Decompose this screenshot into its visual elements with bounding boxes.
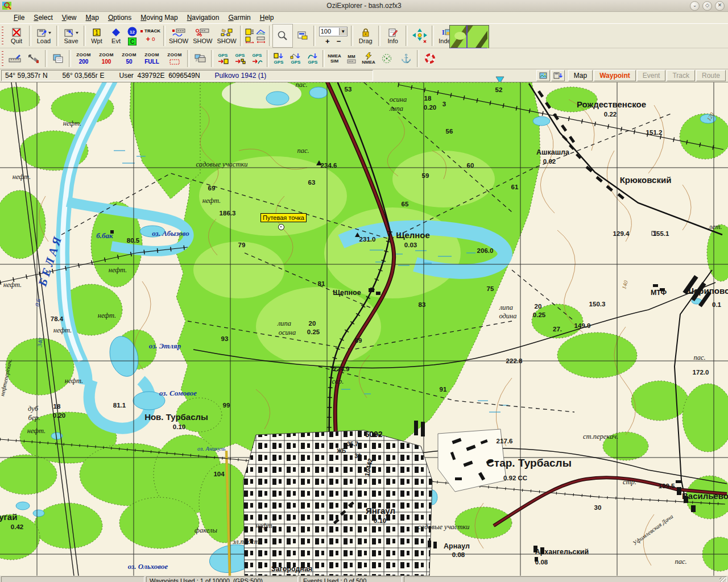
tab-map[interactable]: Map — [568, 70, 593, 81]
map-label: сар. — [332, 377, 344, 385]
map-label: нефт. — [63, 119, 81, 127]
map-label: 224.9 — [333, 365, 350, 372]
map-label: 0.20 — [424, 104, 436, 111]
event-button[interactable]: Evt — [106, 24, 126, 48]
map-label: 0.10 — [173, 423, 185, 430]
tab-event[interactable]: Event — [637, 70, 666, 81]
moving-map-button[interactable]: MM — [343, 48, 360, 69]
zoom-200-button[interactable]: ZOOM 200 — [72, 48, 95, 69]
map-label: Архангельский — [535, 548, 589, 556]
map-label: пас. — [675, 558, 686, 566]
drag-button[interactable]: Drag — [354, 24, 377, 48]
get-tracks-gps-button[interactable]: GPS — [287, 48, 304, 69]
map-label: Янгаул — [366, 506, 395, 516]
waypoint-marker[interactable] — [278, 224, 284, 230]
menu-navigation[interactable]: Navigation — [183, 13, 224, 23]
menu-options[interactable]: Options — [104, 13, 136, 23]
map-label: пас. — [693, 354, 705, 361]
send-tracks-icon — [251, 58, 263, 65]
get-routes-gps-button[interactable]: GPS — [304, 48, 321, 69]
info-icon — [388, 27, 398, 38]
nmea-sim-button[interactable]: NMEA SIM — [326, 48, 343, 69]
zoom-dropdown-button[interactable]: ▼ — [339, 28, 347, 35]
track-range-icon[interactable] — [256, 36, 266, 43]
nmea-button[interactable]: NMEA — [360, 48, 377, 69]
ruler-button[interactable] — [5, 48, 24, 69]
tools-button[interactable] — [24, 48, 44, 69]
zoom-100-button[interactable]: ZOOM 100 — [95, 48, 118, 69]
anchor-button[interactable]: ⚓ — [396, 48, 416, 69]
status-panel-left — [1, 576, 144, 582]
tab-track[interactable]: Track — [667, 70, 695, 81]
menu-map[interactable]: Map — [81, 13, 104, 23]
zoom-50-button[interactable]: ZOOM 50 — [118, 48, 140, 69]
coordinate-bar: 54° 59,357г N 56° 03,565г E User 439792E… — [0, 69, 728, 82]
menu-file[interactable]: File — [9, 13, 29, 23]
menu-select[interactable]: Select — [29, 13, 57, 23]
track-color-button[interactable]: C — [127, 38, 137, 45]
pan-button[interactable] — [409, 24, 431, 48]
track-add-button[interactable]: + — [146, 35, 150, 43]
send-waypoints-gps-button[interactable]: GPS — [214, 48, 231, 69]
toolbar-grip[interactable] — [1, 26, 5, 46]
menu-garmin[interactable]: Garmin — [224, 13, 255, 23]
map-label: 222.8 — [506, 357, 523, 364]
save-position-button[interactable] — [551, 70, 565, 81]
toolbar2-grip[interactable] — [1, 50, 5, 67]
menu-moving-map[interactable]: Moving Map — [136, 13, 182, 23]
tab-route[interactable]: Route — [696, 70, 726, 81]
save-button[interactable]: Save — [60, 24, 82, 48]
map-label: 0.02 — [543, 158, 556, 165]
wpt-list-icon[interactable] — [245, 28, 254, 35]
map-label: 69 — [208, 185, 216, 192]
menu-view[interactable]: View — [57, 13, 81, 23]
waypoint-tooltip[interactable]: Путевая точка — [260, 213, 307, 222]
show-waypoints-button[interactable]: SHOW — [191, 24, 214, 48]
load-button[interactable]: Load — [32, 24, 55, 48]
map-label: нефт. — [53, 326, 72, 334]
menu-help[interactable]: Help — [255, 13, 279, 23]
magnifier-icon — [277, 31, 288, 41]
show-track-icon — [172, 27, 185, 38]
get-waypoints-gps-button[interactable]: GPS — [270, 48, 287, 69]
track-point-button[interactable]: o — [152, 36, 155, 42]
magnify-button[interactable] — [272, 24, 293, 48]
topo-map[interactable]: пас.5352осиналипа180.203Рождественское0.… — [0, 82, 728, 576]
show-track-button[interactable]: SHOW — [167, 24, 191, 48]
zoom-out-button[interactable]: − — [337, 37, 341, 45]
zoom-in-button[interactable]: + — [325, 37, 330, 45]
print-button[interactable] — [191, 48, 210, 69]
zoom-window-button[interactable]: ZOOM — [163, 48, 186, 69]
mob-button[interactable] — [420, 48, 440, 69]
send-tracks-gps-button[interactable]: GPS — [249, 48, 266, 69]
show-routes-button[interactable]: SHOW — [214, 24, 238, 48]
wpt-number-button[interactable]: 12 — [127, 27, 137, 36]
resize-grip[interactable] — [719, 577, 726, 582]
map-label: 89 — [355, 337, 362, 344]
map-viewport[interactable]: пас.5352осиналипа180.203Рождественское0.… — [0, 82, 728, 576]
map-label: 56 — [446, 128, 453, 135]
quit-icon — [11, 27, 22, 38]
map-label: 20 — [535, 303, 542, 310]
position-button[interactable] — [377, 48, 396, 69]
map-label: стр. — [623, 478, 636, 486]
wpt-range-icon[interactable] — [245, 36, 254, 43]
send-events-gps-button[interactable]: GPS — [231, 48, 249, 69]
zoom-window-icon — [169, 59, 180, 65]
map-label: липа — [277, 319, 291, 327]
quit-button[interactable]: Quit — [5, 24, 28, 48]
info-button[interactable]: Info — [382, 24, 404, 48]
map-label: Ашкашла — [536, 148, 570, 156]
waypoint-button[interactable]: 1 Wpt — [87, 24, 106, 48]
map-properties-button[interactable] — [293, 24, 312, 48]
map-label: оз. Ольховое — [128, 562, 168, 571]
get-tracks-icon — [290, 53, 301, 60]
zoom-level-input[interactable] — [320, 28, 339, 35]
blank-map-button[interactable] — [48, 48, 68, 69]
screenshot-button[interactable] — [536, 70, 550, 81]
track-line-icon[interactable]: LINE — [256, 28, 266, 35]
map-label: 0.92 СС — [503, 475, 527, 481]
map-label: 0.25 — [307, 329, 320, 335]
zoom-full-button[interactable]: ZOOM FULL — [140, 48, 163, 69]
tab-waypoint[interactable]: Waypoint — [594, 70, 636, 81]
